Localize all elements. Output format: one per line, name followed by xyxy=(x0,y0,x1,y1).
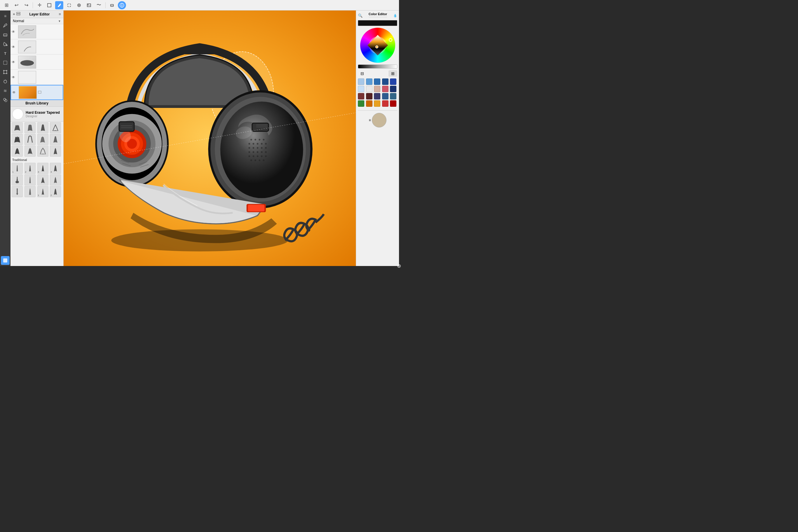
color-tab-adjust[interactable]: ⊟ xyxy=(358,70,367,77)
brush-cell[interactable] xyxy=(37,122,49,133)
brush-cell[interactable] xyxy=(12,186,23,197)
redo-button[interactable]: ↪ xyxy=(22,1,30,10)
brush-cell[interactable]: 4 xyxy=(50,163,61,174)
brush-cell[interactable] xyxy=(24,186,36,197)
blend-mode-label: Normal xyxy=(13,19,58,23)
layer-visibility-icon[interactable]: 👁 xyxy=(12,75,17,79)
brush-cell[interactable] xyxy=(50,122,61,133)
color-swatch[interactable] xyxy=(366,86,373,92)
brush-cell[interactable] xyxy=(24,174,36,186)
image-button[interactable] xyxy=(85,1,93,10)
grid-button[interactable]: ⊞ xyxy=(2,1,11,10)
brush-cell[interactable]: 1 xyxy=(37,186,49,197)
blend-mode-row[interactable]: Normal ▼ xyxy=(11,18,63,24)
color-swatch[interactable] xyxy=(382,93,388,99)
tool-transform[interactable] xyxy=(1,68,10,76)
tool-eraser[interactable] xyxy=(1,30,10,39)
layer-item[interactable]: 👁 xyxy=(11,39,63,55)
brush-cell[interactable] xyxy=(24,122,36,133)
color-swatch[interactable] xyxy=(390,86,396,92)
tool-brush[interactable] xyxy=(1,21,10,30)
move-button[interactable]: ✛ xyxy=(35,1,43,10)
pen-button[interactable] xyxy=(55,1,63,10)
color-swatch[interactable] xyxy=(382,86,388,92)
brush-cell[interactable] xyxy=(37,174,49,186)
color-swatch[interactable] xyxy=(366,100,373,107)
transform-button[interactable] xyxy=(65,1,73,10)
color-swatch[interactable] xyxy=(358,93,364,99)
symmetry-button[interactable] xyxy=(118,1,126,10)
select-button[interactable] xyxy=(45,1,53,10)
add-layer-button[interactable]: + xyxy=(13,12,15,16)
lasso-button[interactable] xyxy=(75,1,83,10)
curve-button[interactable]: 〜 xyxy=(95,1,103,10)
layer-visibility-icon[interactable]: 👁 xyxy=(12,90,18,95)
undo-button[interactable]: ↩ xyxy=(12,1,20,10)
brush-cell[interactable]: 2 xyxy=(50,186,61,197)
layer-menu-button[interactable]: ≡ xyxy=(59,12,61,16)
tool-text[interactable]: T xyxy=(1,49,10,58)
color-swatch[interactable] xyxy=(366,78,373,85)
color-swatch[interactable] xyxy=(374,78,380,85)
layer-visibility-icon[interactable]: 👁 xyxy=(12,30,17,34)
tool-active[interactable] xyxy=(1,256,10,265)
color-swatch[interactable] xyxy=(390,78,396,85)
color-menu-icon[interactable]: ≡ xyxy=(369,118,371,122)
tool-clone[interactable] xyxy=(1,96,10,104)
color-swatch[interactable] xyxy=(382,100,388,107)
color-swatch[interactable] xyxy=(358,78,364,85)
layer-groups-button[interactable] xyxy=(16,12,20,17)
color-swatch[interactable] xyxy=(374,100,380,107)
layer-item[interactable]: 👁 xyxy=(11,55,63,70)
separator-2 xyxy=(105,2,106,8)
layer-visibility-icon[interactable]: 👁 xyxy=(12,45,17,49)
brush-cell[interactable]: 3 xyxy=(37,163,49,174)
tool-select[interactable] xyxy=(1,58,10,67)
color-wheel-container[interactable] xyxy=(360,28,395,63)
brush-cell[interactable]: 2 xyxy=(24,163,36,174)
brush-cell[interactable] xyxy=(50,174,61,186)
color-swatch[interactable] xyxy=(358,100,364,107)
layer-item-selected[interactable]: 👁 xyxy=(11,85,63,100)
brush-cell[interactable] xyxy=(24,134,36,145)
layer-visibility-icon[interactable]: 👁 xyxy=(12,60,17,64)
color-swatch[interactable] xyxy=(374,93,380,99)
canvas-area[interactable] xyxy=(63,11,356,266)
brush-cell[interactable] xyxy=(12,122,23,133)
brush-cell[interactable] xyxy=(37,146,49,157)
color-tab-swatches[interactable]: ⊞ xyxy=(388,70,397,77)
svg-point-58 xyxy=(261,151,263,153)
brush-cell[interactable] xyxy=(50,146,61,157)
brush-cell[interactable] xyxy=(12,134,23,145)
svg-point-64 xyxy=(265,155,267,157)
current-color-bar[interactable] xyxy=(358,20,397,26)
svg-point-20 xyxy=(4,80,7,83)
svg-point-47 xyxy=(256,143,259,145)
brush-cell[interactable] xyxy=(37,134,49,145)
brush-cell[interactable] xyxy=(24,146,36,157)
color-dropper-icon[interactable]: 💧 xyxy=(393,14,397,18)
active-color-swatch[interactable] xyxy=(372,113,386,128)
svg-rect-11 xyxy=(3,34,7,36)
tool-smudge[interactable]: ≋ xyxy=(1,86,10,95)
color-swatch[interactable] xyxy=(390,100,396,107)
brush-cell[interactable] xyxy=(12,146,23,157)
color-swatch[interactable] xyxy=(366,93,373,99)
tool-airbrush[interactable] xyxy=(1,77,10,86)
color-swatch[interactable] xyxy=(390,93,396,99)
color-swatch[interactable] xyxy=(374,86,380,92)
eraser-tool-button[interactable] xyxy=(108,1,116,10)
brush-cell[interactable]: 1 xyxy=(12,163,23,174)
layer-item[interactable]: 👁 xyxy=(11,24,63,39)
color-swatch[interactable] xyxy=(358,86,364,92)
svg-point-4 xyxy=(88,4,89,5)
brush-cell[interactable] xyxy=(12,174,23,186)
grayscale-bar[interactable] xyxy=(358,64,397,69)
brush-cell[interactable] xyxy=(50,134,61,145)
color-picker-icon[interactable]: 🔍 xyxy=(358,14,363,18)
svg-rect-27 xyxy=(38,91,41,93)
tool-fill[interactable] xyxy=(1,40,10,49)
layer-item[interactable]: 👁 xyxy=(11,70,63,85)
tool-layers[interactable]: ≡ xyxy=(1,12,10,20)
color-swatch[interactable] xyxy=(382,78,388,85)
